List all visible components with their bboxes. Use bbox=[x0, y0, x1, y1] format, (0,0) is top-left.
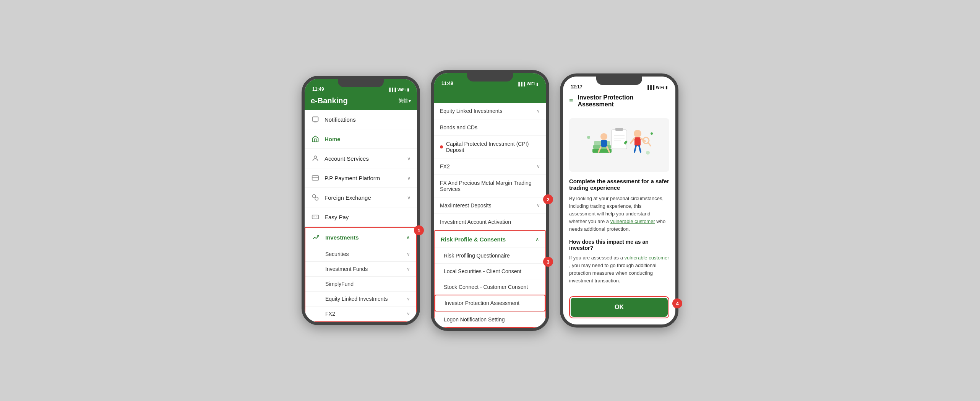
sub-item-equity-linked[interactable]: Equity Linked Investments ∨ bbox=[305, 292, 416, 306]
stock-connect-label: Stock Connect - Customer Consent bbox=[444, 284, 528, 290]
account-icon bbox=[311, 154, 320, 163]
vulnerable-link-2[interactable]: vulnerable customer bbox=[625, 255, 669, 261]
status-icons-3: ▐▐▐ WiFi ▮ bbox=[646, 85, 668, 90]
forex-icon bbox=[311, 193, 320, 202]
wifi-icon-3: WiFi bbox=[656, 85, 664, 90]
local-securities-label: Local Securities - Client Consent bbox=[444, 268, 521, 274]
phone1-container: 11:49 ▐▐▐ WiFi ▮ e-Banking 繁體 ▾ bbox=[302, 76, 420, 325]
equity-linked-label: Equity Linked Investments bbox=[325, 296, 388, 302]
p2-item-cpi[interactable]: Capital Protected Investment (CPI) Depos… bbox=[434, 136, 546, 158]
securities-chevron: ∨ bbox=[407, 251, 410, 257]
ok-button[interactable]: OK bbox=[571, 298, 668, 317]
lang-chevron: ▾ bbox=[409, 98, 411, 104]
risk-chevron: ∧ bbox=[535, 236, 539, 242]
menu-item-account-services[interactable]: Account Services ∨ bbox=[305, 149, 417, 168]
fx2-label: FX2 bbox=[325, 311, 335, 317]
hamburger-icon[interactable]: ≡ bbox=[569, 97, 573, 105]
p2-fx2-label: FX2 bbox=[440, 163, 537, 170]
simplyfund-label: SimplyFund bbox=[325, 281, 354, 287]
p2-item-fx2[interactable]: FX2 ∨ bbox=[434, 158, 546, 175]
sub-item-securities[interactable]: Securities ∨ bbox=[305, 247, 416, 262]
svg-point-5 bbox=[313, 195, 316, 198]
p2-item-equity[interactable]: Equity Linked Investments ∨ bbox=[434, 103, 546, 119]
menu-item-forex[interactable]: Foreign Exchange ∨ bbox=[305, 188, 417, 207]
sub-item-investment-funds[interactable]: Investment Funds ∨ bbox=[305, 262, 416, 277]
investments-section: Investments ∧ Securities ∨ Investment Fu… bbox=[305, 227, 417, 322]
risk-sub-logon[interactable]: Logon Notification Setting bbox=[435, 311, 545, 327]
svg-point-2 bbox=[314, 156, 317, 158]
investment-funds-label: Investment Funds bbox=[325, 266, 368, 272]
p2-maxi-chevron: ∨ bbox=[537, 203, 540, 208]
lang-button[interactable]: 繁體 ▾ bbox=[399, 98, 411, 104]
svg-rect-16 bbox=[612, 130, 627, 149]
p2-cpi-dot bbox=[440, 145, 443, 148]
investments-header[interactable]: Investments ∧ bbox=[305, 228, 416, 247]
investments-chevron: ∧ bbox=[406, 235, 410, 240]
ipa-header: ≡ Investor Protection Assessment bbox=[563, 91, 675, 112]
vulnerable-link-1[interactable]: vulnerable customer bbox=[610, 218, 655, 224]
easypay-icon bbox=[311, 212, 320, 222]
p2-item-activation[interactable]: Investment Account Activation bbox=[434, 214, 546, 230]
ipa-title: Investor Protection Assessment bbox=[578, 94, 669, 108]
battery-icon: ▮ bbox=[407, 88, 409, 92]
ipa-illustration bbox=[569, 118, 669, 172]
sub-item-fx2[interactable]: FX2 ∨ bbox=[305, 306, 416, 321]
payment-icon bbox=[311, 173, 320, 183]
wifi-icon: WiFi bbox=[398, 88, 406, 92]
questionnaire-label: Risk Profiling Questionnaire bbox=[444, 253, 510, 259]
screenshots-container: 11:49 ▐▐▐ WiFi ▮ e-Banking 繁體 ▾ bbox=[302, 70, 678, 331]
step-badge-2: 2 bbox=[543, 194, 553, 204]
ok-button-border: OK bbox=[569, 296, 669, 318]
risk-profile-section: Risk Profile & Consents ∧ Risk Profiling… bbox=[434, 230, 546, 328]
ipa-content: Complete the assessment for a safer trad… bbox=[563, 112, 675, 296]
phone3-container: 12:17 ▐▐▐ WiFi ▮ ≡ Investor Protection A… bbox=[560, 73, 678, 328]
notifications-label: Notifications bbox=[325, 116, 411, 123]
time-1: 11:49 bbox=[312, 86, 324, 92]
svg-point-29 bbox=[587, 136, 590, 139]
home-icon bbox=[311, 134, 320, 143]
equity-linked-chevron: ∨ bbox=[407, 296, 410, 302]
investments-label: Investments bbox=[325, 234, 406, 241]
risk-sub-questionnaire[interactable]: Risk Profiling Questionnaire bbox=[435, 248, 545, 263]
forex-label: Foreign Exchange bbox=[325, 194, 407, 201]
phone1: 11:49 ▐▐▐ WiFi ▮ e-Banking 繁體 ▾ bbox=[302, 76, 420, 325]
battery-icon-3: ▮ bbox=[665, 85, 668, 90]
forex-chevron: ∨ bbox=[407, 195, 411, 200]
p2-item-bonds[interactable]: Bonds and CDs bbox=[434, 119, 546, 136]
signal-icon: ▐▐▐ bbox=[388, 88, 396, 92]
investments-icon bbox=[312, 233, 321, 242]
menu-item-easy-pay[interactable]: Easy Pay bbox=[305, 207, 417, 227]
sub-item-simplyfund[interactable]: SimplyFund bbox=[305, 277, 416, 292]
risk-label: Risk Profile & Consents bbox=[441, 236, 506, 243]
step-badge-1: 1 bbox=[414, 225, 424, 235]
signal-icon-3: ▐▐▐ bbox=[646, 85, 654, 90]
ok-button-wrap: OK bbox=[563, 296, 675, 324]
menu-item-notifications[interactable]: Notifications bbox=[305, 110, 417, 129]
p2-equity-label: Equity Linked Investments bbox=[440, 108, 537, 114]
wifi-icon-2: WiFi bbox=[527, 82, 535, 86]
app-title: e-Banking bbox=[311, 96, 348, 105]
status-icons-1: ▐▐▐ WiFi ▮ bbox=[388, 88, 409, 92]
notch1 bbox=[338, 79, 384, 87]
p2-equity-chevron: ∨ bbox=[537, 108, 540, 114]
p2-item-fx-precious[interactable]: FX And Precious Metal Margin Trading Ser… bbox=[434, 175, 546, 197]
phone2-container: 11:49 ▐▐▐ WiFi ▮ Equity Linked Investmen… bbox=[431, 70, 549, 331]
risk-sub-stock-connect[interactable]: Stock Connect - Customer Consent bbox=[435, 279, 545, 295]
risk-sub-local-securities[interactable]: Local Securities - Client Consent bbox=[435, 263, 545, 279]
risk-header[interactable]: Risk Profile & Consents ∧ bbox=[435, 231, 545, 248]
pp-chevron: ∨ bbox=[407, 175, 411, 181]
fx2-chevron: ∨ bbox=[407, 311, 410, 316]
easy-pay-label: Easy Pay bbox=[325, 214, 411, 220]
account-services-label: Account Services bbox=[325, 155, 407, 162]
p2-item-maxi[interactable]: MaxiInterest Deposits ∨ bbox=[434, 197, 546, 214]
p2-maxi-label: MaxiInterest Deposits bbox=[440, 202, 537, 209]
menu-item-home[interactable]: Home bbox=[305, 129, 417, 149]
notch2 bbox=[467, 73, 513, 82]
time-2: 11:49 bbox=[441, 81, 453, 86]
lang-label: 繁體 bbox=[399, 98, 408, 104]
ipa-para2: If you are assessed as a vulnerable cust… bbox=[569, 254, 669, 285]
ipa-heading1: Complete the assessment for a safer trad… bbox=[569, 178, 669, 191]
menu-item-pp-payment[interactable]: P.P Payment Platform ∨ bbox=[305, 168, 417, 188]
phone3: 12:17 ▐▐▐ WiFi ▮ ≡ Investor Protection A… bbox=[560, 73, 678, 328]
risk-sub-ipa[interactable]: Investor Protection Assessment bbox=[435, 295, 545, 311]
